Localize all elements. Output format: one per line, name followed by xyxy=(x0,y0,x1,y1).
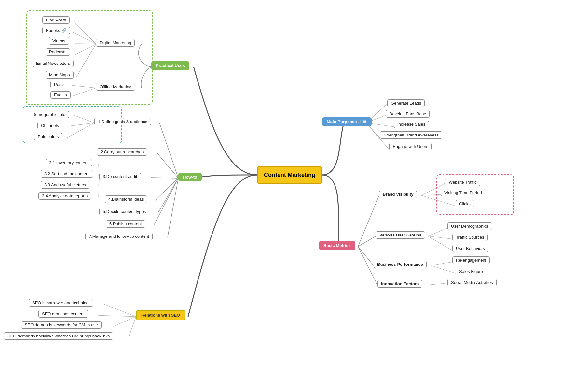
seo-narrower-node[interactable]: SEO is narrower and technical xyxy=(29,299,93,307)
demographic-info-node[interactable]: Demographic info xyxy=(29,111,69,118)
posts-node[interactable]: Posts xyxy=(50,81,68,88)
mind-maps-node[interactable]: Mind Maps xyxy=(46,71,74,79)
events-node[interactable]: Events xyxy=(50,91,71,99)
publish-content-node[interactable]: 6.Publish content xyxy=(106,220,145,228)
increase-sales-node[interactable]: Increase Sales xyxy=(394,121,429,128)
podcasts-node[interactable]: Podcasts xyxy=(46,48,70,56)
decide-content-node[interactable]: 5.Decide content types xyxy=(99,208,149,215)
svg-line-9 xyxy=(157,153,178,178)
engage-users-node[interactable]: Engage with Users xyxy=(389,143,432,150)
svg-line-37 xyxy=(421,195,456,206)
social-media-node[interactable]: Social Media Activities xyxy=(447,279,497,286)
svg-line-39 xyxy=(428,236,453,239)
svg-line-23 xyxy=(98,315,136,317)
sort-tag-node[interactable]: 3.2 Sort and tag content xyxy=(41,170,93,178)
brand-visibility-node[interactable]: Brand Visibility xyxy=(379,191,417,198)
website-traffic-node[interactable]: Website Traffic xyxy=(445,179,480,186)
generate-leads-node[interactable]: Generate Leads xyxy=(387,99,425,107)
mindmap-container: Content Marketing Practical Uses Digital… xyxy=(0,0,588,372)
svg-line-40 xyxy=(428,236,452,250)
practical-uses-group xyxy=(26,10,153,105)
seo-backlinks-node[interactable]: SEO demands backlinks whereas CM brings … xyxy=(4,332,113,340)
develop-fans-node[interactable]: Develop Fans Base xyxy=(386,110,430,118)
svg-line-10 xyxy=(151,178,178,178)
svg-line-4 xyxy=(83,44,96,66)
practical-uses-node[interactable]: Practical Uses xyxy=(151,61,189,70)
svg-line-31 xyxy=(358,195,379,247)
traffic-sources-node[interactable]: Traffic Sources xyxy=(452,234,488,241)
analyze-data-node[interactable]: 3.4 Analyze data reports xyxy=(38,192,91,200)
center-node[interactable]: Content Marketing xyxy=(257,166,322,184)
videos-node[interactable]: Videos xyxy=(49,37,69,45)
svg-line-22 xyxy=(104,304,136,317)
various-user-groups-node[interactable]: Various User Groups xyxy=(376,231,425,239)
user-demographics-node[interactable]: User Demographics xyxy=(447,222,492,230)
seo-demands-node[interactable]: SEO demands content xyxy=(38,310,88,318)
svg-line-7 xyxy=(72,88,96,96)
svg-line-12 xyxy=(158,178,178,213)
svg-line-24 xyxy=(113,317,136,326)
svg-line-38 xyxy=(428,228,448,236)
basic-metrics-node[interactable]: Basic Metrics xyxy=(319,241,355,250)
business-performance-node[interactable]: Business Performance xyxy=(374,261,427,268)
pain-points-node[interactable]: Pain points xyxy=(34,133,62,140)
svg-line-43 xyxy=(428,283,448,285)
brainstorm-node[interactable]: 4.Brainstorm ideas xyxy=(105,195,147,203)
main-purposes-node[interactable]: Main Purposes 🔗📋 xyxy=(322,117,372,126)
define-goals-node[interactable]: 1.Define goals & audience xyxy=(94,118,151,125)
svg-line-21 xyxy=(99,178,99,197)
svg-line-1 xyxy=(73,32,96,44)
sales-figure-node[interactable]: Sales Figure xyxy=(456,268,486,275)
svg-line-32 xyxy=(358,236,376,247)
blog-posts-node[interactable]: Blog Posts xyxy=(42,16,70,24)
svg-line-11 xyxy=(155,178,178,200)
offline-marketing-node[interactable]: Offline Marketing xyxy=(96,83,135,91)
ebooks-node[interactable]: Ebooks 🔗 xyxy=(42,27,70,34)
strengthen-brand-node[interactable]: Strengthen Brand Awareness xyxy=(380,131,442,139)
svg-line-41 xyxy=(431,262,452,265)
svg-line-5 xyxy=(76,44,96,77)
svg-line-6 xyxy=(72,85,96,88)
digital-marketing-node[interactable]: Digital Marketing xyxy=(96,39,135,47)
svg-line-16 xyxy=(67,123,94,126)
carry-researches-node[interactable]: 2.Carry out researches xyxy=(97,148,147,156)
svg-line-17 xyxy=(67,123,94,138)
clicks-node[interactable]: Clicks xyxy=(456,200,474,207)
svg-line-13 xyxy=(154,178,178,225)
add-metrics-node[interactable]: 3.3 Add useful metrics xyxy=(41,181,89,189)
svg-line-36 xyxy=(421,194,442,195)
innovation-factors-node[interactable]: Innovation Factors xyxy=(377,280,422,288)
inv-content-node[interactable]: 3.1 Inventory content xyxy=(46,159,92,166)
svg-line-0 xyxy=(73,21,96,44)
svg-line-15 xyxy=(74,115,94,123)
channels-node[interactable]: Channels xyxy=(37,122,62,129)
svg-line-8 xyxy=(159,123,178,178)
svg-line-14 xyxy=(168,178,178,237)
svg-line-3 xyxy=(75,44,96,55)
relations-seo-node[interactable]: Relations with SEO xyxy=(136,310,185,320)
svg-line-2 xyxy=(75,44,96,44)
svg-line-25 xyxy=(129,317,136,337)
svg-line-42 xyxy=(431,265,456,273)
manage-content-node[interactable]: 7.Manage and follow-up content xyxy=(85,233,153,240)
seo-keywords-node[interactable]: SEO demands keywords for CM to use xyxy=(21,321,102,329)
do-content-audit-node[interactable]: 3.Do content audit xyxy=(99,173,141,180)
visiting-time-node[interactable]: Visiting Time Period xyxy=(441,189,485,196)
how-to-node[interactable]: How-to xyxy=(178,173,202,181)
email-newsletters-node[interactable]: Email Newsletters xyxy=(33,60,74,67)
user-behaviors-node[interactable]: User Behaviors xyxy=(452,245,488,252)
reengagement-node[interactable]: Re-engagement xyxy=(452,256,490,264)
svg-line-33 xyxy=(358,247,374,265)
